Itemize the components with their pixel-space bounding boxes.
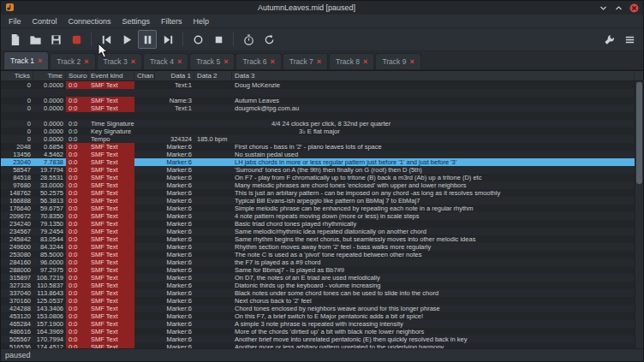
event-row[interactable]: 424288143.34060:0SMF TextMarker:6Chord t… [1,305,635,312]
tab-close-icon[interactable]: × [409,58,414,66]
event-row[interactable]: 370160125.05370:0SMF TextMarker:6Next ch… [1,297,635,305]
event-row[interactable]: 8451828.55310:0SMF TextMarker:6On F7 - p… [1,174,635,181]
cell-event-kind: SMF Text [88,197,134,205]
overflow-menu-button[interactable] [620,30,639,49]
event-row[interactable] [1,89,635,97]
tab-track-5[interactable]: Track 5× [189,53,235,69]
tab-track-2[interactable]: Track 2× [50,53,95,69]
event-row[interactable]: 230407.78380:0SMF TextMarker:6LH jabs ch… [1,158,635,166]
menu-help[interactable]: Help [188,16,215,27]
pause-button[interactable] [138,30,157,49]
tools-button[interactable] [599,30,618,49]
sync-button[interactable] [259,30,278,49]
column-header-source[interactable]: Source [66,71,88,80]
record-button[interactable] [188,30,207,49]
tab-close-icon[interactable]: × [224,58,228,66]
event-row[interactable]: 134564.54620:0SMF TextMarker:6No sustain… [1,151,635,158]
record-arm-button[interactable] [67,30,86,49]
stop-icon [212,33,225,46]
cell-time: 125.0537 [33,297,66,305]
stop-button[interactable] [209,30,228,49]
event-row[interactable]: 24584283.05440:0SMF TextMarker:6Same rhy… [1,235,635,243]
minimize-button[interactable] [599,3,608,13]
event-row[interactable]: 23424079.13500:0SMF TextMarker:6Basic tr… [1,220,635,228]
event-row[interactable]: 20480.68540:0SMF TextMarker:6First choru… [1,143,635,151]
event-row[interactable]: 00.00000:0SMF TextName:3Autumn Leaves [1,97,635,104]
timer-button[interactable] [239,30,258,49]
column-header-data-3[interactable]: Data 3 [232,71,635,80]
tab-track-6[interactable]: Track 6× [236,53,281,69]
event-row[interactable]: 24960084.32440:0SMF TextMarker:6Rhythm s… [1,243,635,251]
tab-track-7[interactable]: Track 7× [283,53,328,69]
event-row[interactable]: 28800097.29750:0SMF TextMarker:6Same for… [1,266,635,274]
menu-file[interactable]: File [3,16,27,27]
tab-label: Track 3 [104,57,128,66]
tab-track-8[interactable]: Track 8× [329,53,374,69]
cell-event-kind: SMF Text [88,97,134,104]
event-row[interactable]: 00.00000:0Time Signature4/4 24 clocks pe… [1,120,635,128]
event-row[interactable]: 14876250.25750:0SMF TextMarker:6This is … [1,189,635,197]
open-file-button[interactable] [26,30,45,49]
column-header-ticks[interactable]: Ticks [1,71,33,80]
menu-filters[interactable]: Filters [156,16,188,27]
event-row[interactable]: 486616164.39690:0SMF TextMarker:6More of… [1,328,635,335]
tab-close-icon[interactable]: × [38,57,42,65]
event-row[interactable]: 00.00000:0SMF TextText:1Doug McKenzie [1,81,635,89]
cell-data3: Typical Bill Evans-ish arpeggio like pat… [232,197,635,205]
cell-ticks: 245842 [1,235,33,243]
event-row[interactable]: 20967270.83500:0SMF TextMarker:64 note p… [1,212,635,220]
tab-close-icon[interactable]: × [84,58,88,66]
column-header-event-kind[interactable]: Event kind [88,71,134,80]
scrollbar-thumb[interactable] [636,82,642,184]
event-row[interactable]: 327328110.58370:0SMF TextMarker:6Diatoni… [1,282,635,289]
event-row[interactable] [1,112,635,120]
tab-close-icon[interactable]: × [131,58,135,66]
close-button[interactable] [629,3,639,13]
event-row[interactable]: 5854719.77940:0SMF TextMarker:6'Surround… [1,166,635,174]
event-row[interactable]: 00.00000:0Tempo324324185.0 bpm [1,135,635,143]
menu-settings[interactable]: Settings [117,16,156,27]
tab-label: Track 6 [242,57,266,66]
event-row[interactable]: 28416096.00000:0SMF TextMarker:6the F7 i… [1,258,635,266]
column-header-data-1[interactable]: Data 1 [155,71,194,80]
skip-backward-button[interactable] [97,30,116,49]
event-row[interactable]: 00.00000:0SMF TextText:1dougmck@tpg.com.… [1,104,635,112]
skip-forward-button[interactable] [158,30,177,49]
tab-label: Track 4 [150,57,174,66]
event-row[interactable]: 25308085.50000:0SMF TextMarker:6The note… [1,251,635,258]
status-text: paused [5,351,31,359]
event-row[interactable]: 17664059.67570:0SMF TextMarker:6Simple m… [1,205,635,212]
column-header-time[interactable]: Time [33,71,66,80]
column-header-data-2[interactable]: Data 2 [194,71,232,80]
event-row[interactable]: 23456779.24540:0SMF TextMarker:6Same mel… [1,228,635,235]
event-row[interactable]: 516536174.45120:0SMF TextMarker:6Another… [1,343,635,348]
menu-control[interactable]: Control [27,16,63,27]
save-file-button[interactable] [46,30,65,49]
tab-close-icon[interactable]: × [317,58,321,66]
tab-close-icon[interactable]: × [271,58,275,66]
tab-track-9[interactable]: Track 9× [375,53,420,69]
tab-track-3[interactable]: Track 3× [97,53,142,69]
vertical-scrollbar[interactable] [635,81,643,348]
titlebar[interactable]: AutumnLeaves.mid [paused] [1,1,643,15]
cell-data1: Name:3 [155,97,194,104]
event-row[interactable]: 00.00000:0Key Signature3♭ E flat major [1,128,635,135]
tab-track-1[interactable]: Track 1× [3,51,49,69]
tab-track-4[interactable]: Track 4× [143,53,188,69]
cell-data1: Marker:6 [155,158,194,166]
menu-connections[interactable]: Connections [63,16,116,27]
event-row[interactable]: 505567170.79940:0SMF TextMarker:6Another… [1,335,635,343]
play-button[interactable] [117,30,136,49]
event-row[interactable]: 337040113.86430:0SMF TextMarker:6Black n… [1,289,635,297]
event-row[interactable]: 465284157.19000:0SMF TextMarker:6A simpl… [1,320,635,328]
tab-close-icon[interactable]: × [363,58,367,66]
tab-close-icon[interactable]: × [177,58,182,66]
cell-data1: 324324 [155,135,194,143]
column-header-chan[interactable]: Chan [134,71,155,80]
event-row[interactable]: 9768033.00000:0SMF TextMarker:6Many melo… [1,181,635,189]
event-row[interactable]: 16688856.38130:0SMF TextMarker:6Typical … [1,197,635,205]
event-row[interactable]: 453120153.08060:0SMF TextMarker:6On this… [1,312,635,320]
event-row[interactable]: 315897106.72190:0SMF TextMarker:6On D7, … [1,274,635,282]
maximize-button[interactable] [614,3,623,13]
new-file-button[interactable] [5,30,24,49]
